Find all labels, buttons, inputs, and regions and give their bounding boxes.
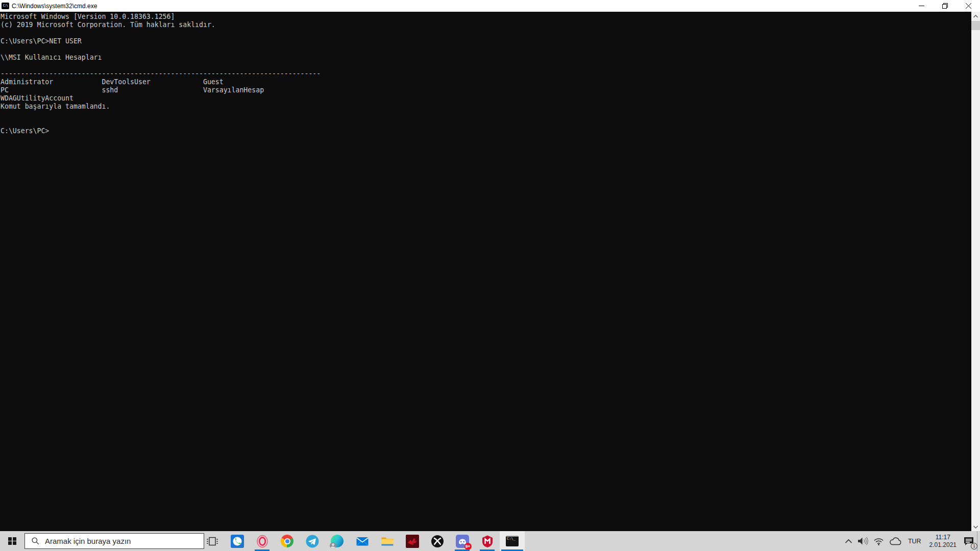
taskbar: 9+ C:\_ [0, 531, 980, 551]
terminal-line: \\MSI Kullanıcı Hesapları [1, 54, 970, 62]
clock[interactable]: 11:17 2.01.2021 [925, 531, 961, 551]
volume-icon [857, 537, 868, 545]
terminal-line [1, 111, 970, 119]
notification-count-badge: 1 [971, 543, 977, 549]
windows-logo-icon [8, 537, 16, 545]
taskbar-app-mcafee[interactable] [475, 531, 500, 551]
terminal-output[interactable]: Microsoft Windows [Version 10.0.18363.12… [0, 12, 980, 531]
mail-icon [356, 535, 369, 548]
task-view-button[interactable] [200, 531, 225, 551]
taskbar-app-xbox[interactable] [425, 531, 450, 551]
discord-icon: 9+ [456, 535, 469, 548]
cmd-window-icon[interactable]: C:\ [2, 3, 9, 9]
task-view-icon [206, 535, 218, 547]
terminal-line [1, 45, 970, 54]
window-title: C:\Windows\system32\cmd.exe [12, 3, 97, 10]
search-input[interactable] [45, 534, 204, 548]
clock-date: 2.01.2021 [929, 541, 957, 548]
taskbar-app-dragon-center[interactable] [400, 531, 425, 551]
telegram-icon [306, 535, 319, 548]
restore-button[interactable] [933, 0, 957, 12]
window-titlebar: C:\ C:\Windows\system32\cmd.exe [0, 0, 980, 12]
mcafee-icon [481, 535, 494, 548]
terminal-line: ----------------------------------------… [1, 70, 970, 78]
system-tray: TUR 11:17 2.01.2021 1 [842, 531, 980, 551]
onedrive-cloud-icon [889, 537, 901, 545]
terminal-line: Komut başarıyla tamamlandı. [1, 103, 970, 111]
terminal-line [1, 29, 970, 37]
chevron-down-icon [973, 525, 978, 529]
file-explorer-icon [381, 535, 394, 548]
terminal-line [1, 62, 970, 70]
taskbar-app-discord[interactable]: 9+ [450, 531, 475, 551]
wifi-icon [873, 537, 884, 545]
cmd-taskbar-icon: C:\_ [506, 535, 519, 548]
terminal-line: Microsoft Windows [Version 10.0.18363.12… [1, 13, 970, 21]
edge-icon [331, 535, 344, 548]
taskbar-app-edge[interactable] [325, 531, 350, 551]
edge-profile-avatar [330, 542, 336, 549]
cmd-window: C:\ C:\Windows\system32\cmd.exe Microsof… [0, 0, 980, 531]
taskbar-app-mail[interactable] [350, 531, 375, 551]
volume-button[interactable] [855, 531, 871, 551]
terminal-scrollbar[interactable] [971, 12, 980, 531]
network-button[interactable] [871, 531, 887, 551]
search-icon [31, 537, 40, 545]
scroll-down-arrow[interactable] [971, 522, 980, 531]
terminal-line: Administrator DevToolsUser Guest [1, 78, 970, 86]
taskbar-apps: 9+ C:\_ [200, 531, 525, 551]
xbox-icon [431, 535, 444, 548]
minimize-icon [919, 3, 924, 9]
chevron-up-icon [973, 15, 978, 18]
language-indicator[interactable]: TUR [904, 531, 925, 551]
taskbar-app-telegram[interactable] [300, 531, 325, 551]
start-button[interactable] [0, 531, 24, 551]
taskbar-app-opera[interactable] [250, 531, 275, 551]
terminal-line: C:\Users\PC>NET USER [1, 37, 970, 45]
close-icon [966, 3, 971, 9]
show-desktop-button[interactable] [977, 531, 980, 551]
chrome-icon [281, 535, 294, 548]
terminal-line [1, 119, 970, 127]
restore-icon [942, 3, 948, 9]
discord-notification-badge: 9+ [464, 543, 472, 550]
terminal-line: PC sshd VarsayılanHesap [1, 86, 970, 94]
taskbar-app-chrome[interactable] [275, 531, 300, 551]
window-controls [910, 0, 980, 12]
terminal-line: WDAGUtilityAccount [1, 94, 970, 103]
opera-icon [256, 535, 269, 548]
taskbar-search[interactable] [24, 533, 204, 549]
chevron-up-icon [845, 539, 852, 544]
dragon-center-icon [406, 535, 419, 548]
onedrive-button[interactable] [887, 531, 904, 551]
minimize-button[interactable] [910, 0, 933, 12]
action-center-button[interactable]: 1 [961, 531, 977, 551]
close-button[interactable] [957, 0, 980, 12]
clock-time: 11:17 [936, 534, 950, 541]
whatsapp-icon [231, 535, 244, 548]
terminal-prompt-line: C:\Users\PC> [1, 127, 970, 135]
taskbar-app-file-explorer[interactable] [375, 531, 400, 551]
terminal-line: (c) 2019 Microsoft Corporation. Tüm hakl… [1, 21, 970, 29]
taskbar-app-whatsapp[interactable] [225, 531, 250, 551]
scroll-up-arrow[interactable] [971, 12, 980, 20]
taskbar-app-cmd[interactable]: C:\_ [500, 531, 525, 551]
scrollbar-thumb[interactable] [971, 21, 980, 30]
tray-overflow-button[interactable] [842, 531, 855, 551]
